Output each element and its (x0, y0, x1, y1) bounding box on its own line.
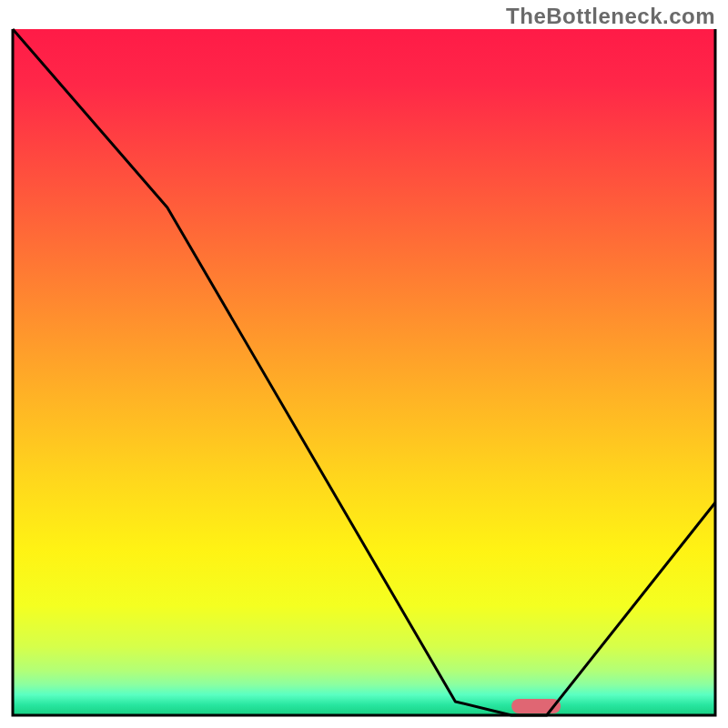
bottleneck-chart (0, 0, 728, 728)
chart-container: TheBottleneck.com (0, 0, 728, 728)
watermark-text: TheBottleneck.com (506, 4, 715, 29)
gradient-background (13, 29, 715, 715)
